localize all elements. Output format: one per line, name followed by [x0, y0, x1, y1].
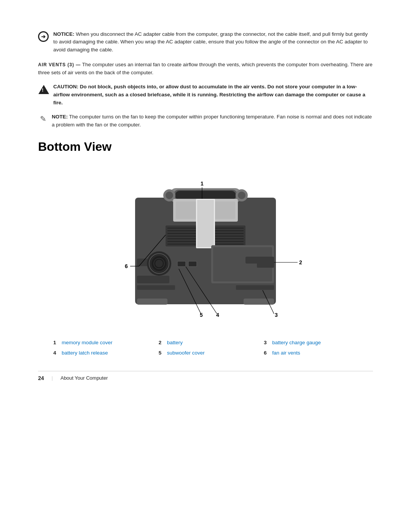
- lower-slot-left: [137, 285, 175, 290]
- footer-text: About Your Computer: [61, 375, 108, 381]
- caution-icon: [38, 84, 49, 95]
- bottom-foot-left: [137, 299, 167, 305]
- note-icon: ✎: [38, 114, 48, 124]
- top-roller-dark: [175, 191, 236, 200]
- laptop-diagram: 1 2 3 4 5 6: [103, 165, 308, 329]
- air-vents-text: The computer uses an internal fan to cre…: [38, 62, 373, 76]
- notice-block: NOTICE: When you disconnect the AC adapt…: [38, 30, 373, 54]
- wheel-left-inner: [166, 192, 173, 199]
- port-right: [245, 257, 274, 264]
- marker-6: 6: [125, 263, 128, 269]
- notice-label: NOTICE:: [53, 31, 75, 37]
- label-link-5[interactable]: subwoofer cover: [167, 350, 205, 356]
- label-num-4: 4: [53, 350, 59, 356]
- marker-2: 2: [299, 259, 302, 265]
- notice-icon: [38, 31, 49, 42]
- note-block: ✎ NOTE: The computer turns on the fan to…: [38, 113, 373, 129]
- note-label: NOTE:: [52, 114, 68, 120]
- label-item-4: 4 battery latch release: [53, 350, 147, 356]
- note-body: The computer turns on the fan to keep th…: [52, 114, 372, 128]
- air-vents-label: AIR VENTS (3) —: [38, 62, 81, 67]
- label-item-2: 2 battery: [159, 340, 253, 345]
- label-num-1: 1: [53, 340, 59, 345]
- label-link-1[interactable]: memory module cover: [62, 340, 113, 345]
- footer-page-number: 24: [38, 375, 44, 381]
- marker-3: 3: [275, 312, 278, 318]
- battery-latch-slot2: [188, 261, 197, 267]
- footer-separator: |: [52, 375, 53, 381]
- lower-slot-right: [236, 285, 274, 290]
- label-num-2: 2: [159, 340, 164, 345]
- label-num-3: 3: [264, 340, 269, 345]
- label-link-3[interactable]: battery charge gauge: [272, 340, 321, 345]
- notice-text: NOTICE: When you disconnect the AC adapt…: [53, 30, 373, 54]
- caution-body: Do not block, push objects into, or allo…: [53, 84, 365, 105]
- caution-triangle-icon: [38, 85, 49, 94]
- wheel-right-inner: [238, 192, 245, 199]
- label-num-5: 5: [159, 350, 164, 356]
- footer: 24 | About Your Computer: [38, 371, 373, 381]
- label-num-6: 6: [264, 350, 269, 356]
- label-link-6[interactable]: fan air vents: [272, 350, 300, 356]
- marker-5: 5: [200, 312, 203, 318]
- label-item-6: 6 fan air vents: [264, 350, 358, 356]
- battery-latch-slot: [177, 261, 186, 267]
- labels-grid: 1 memory module cover 2 battery 3 batter…: [38, 340, 373, 356]
- note-pencil-icon: ✎: [40, 114, 46, 123]
- marker-4: 4: [216, 312, 219, 318]
- section-title: Bottom View: [38, 140, 373, 154]
- air-vents-paragraph: AIR VENTS (3) — The computer uses an int…: [38, 61, 373, 77]
- white-bracket-inner: [197, 200, 214, 247]
- marker-1: 1: [201, 181, 204, 187]
- caution-label: CAUTION:: [53, 84, 78, 89]
- diagram-container: 1 2 3 4 5 6: [38, 165, 373, 329]
- caution-text: CAUTION: Do not block, push objects into…: [53, 83, 373, 107]
- label-link-2[interactable]: battery: [167, 340, 183, 345]
- caution-block: CAUTION: Do not block, push objects into…: [38, 83, 373, 107]
- label-item-1: 1 memory module cover: [53, 340, 147, 345]
- notice-body: When you disconnect the AC adapter cable…: [53, 31, 368, 53]
- bottom-foot-right: [244, 299, 274, 305]
- port-left2: [137, 276, 169, 283]
- label-item-5: 5 subwoofer cover: [159, 350, 253, 356]
- label-item-3: 3 battery charge gauge: [264, 340, 358, 345]
- subwoofer-center: [155, 260, 163, 267]
- note-text: NOTE: The computer turns on the fan to k…: [52, 113, 373, 129]
- label-link-4[interactable]: battery latch release: [62, 350, 108, 356]
- page: NOTICE: When you disconnect the AC adapt…: [0, 0, 411, 404]
